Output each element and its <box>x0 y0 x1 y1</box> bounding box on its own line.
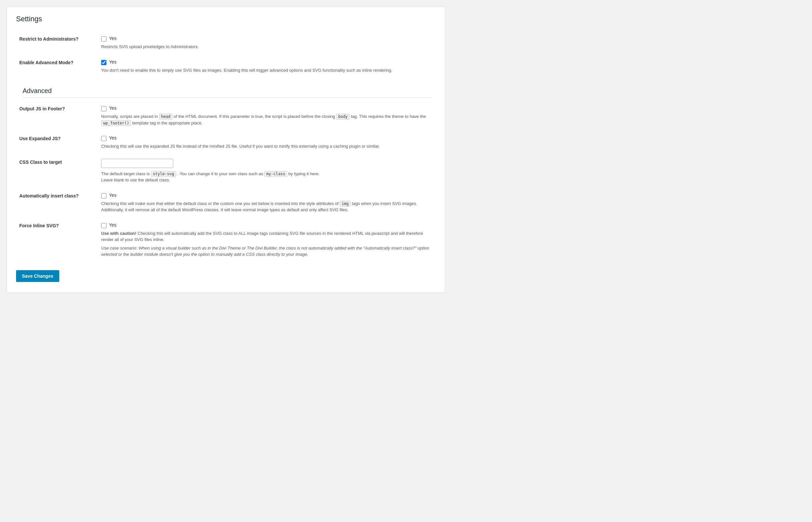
enable-advanced-description: You don't need to enable this to simply … <box>101 67 432 74</box>
force-inline-svg-checkbox-label[interactable]: Yes <box>109 222 117 227</box>
use-expanded-js-checkbox-label[interactable]: Yes <box>109 135 117 140</box>
page-title: Settings <box>16 15 436 23</box>
auto-insert-class-checkbox-label[interactable]: Yes <box>109 193 117 198</box>
restrict-admins-label: Restrict to Administrators? <box>19 36 79 42</box>
use-expanded-js-checkbox[interactable] <box>101 136 106 141</box>
force-inline-svg-description: Use with caution! Checking this will aut… <box>101 230 432 243</box>
use-expanded-js-label: Use Expanded JS? <box>19 136 61 141</box>
section-divider <box>23 97 432 98</box>
auto-insert-class-description: Checking this will make sure that either… <box>101 200 432 213</box>
output-js-footer-checkbox-row: Yes <box>101 105 432 111</box>
output-js-footer-checkbox-label[interactable]: Yes <box>109 105 117 111</box>
advanced-section-heading: Advanced <box>23 87 52 94</box>
css-class-input[interactable] <box>101 159 173 168</box>
enable-advanced-label: Enable Advanced Mode? <box>19 60 73 65</box>
output-js-footer-checkbox[interactable] <box>101 106 106 111</box>
force-inline-svg-row: Force Inline SVG? Yes Use with caution! … <box>16 218 436 262</box>
restrict-admins-checkbox-row: Yes <box>101 36 432 42</box>
force-inline-svg-checkbox-row: Yes <box>101 222 432 228</box>
restrict-admins-row: Restrict to Administrators? Yes Restrict… <box>16 31 436 55</box>
style-svg-code: style-svg <box>151 171 176 177</box>
auto-insert-class-checkbox-row: Yes <box>101 193 432 198</box>
auto-insert-class-checkbox[interactable] <box>101 193 106 198</box>
restrict-admins-checkbox[interactable] <box>101 36 106 42</box>
use-expanded-js-checkbox-row: Yes <box>101 135 432 141</box>
save-changes-button[interactable]: Save Changes <box>16 270 59 282</box>
settings-table: Restrict to Administrators? Yes Restrict… <box>16 31 436 262</box>
settings-page: Settings Restrict to Administrators? Yes… <box>6 6 445 293</box>
css-class-target-label: CSS Class to target <box>19 160 62 165</box>
enable-advanced-checkbox[interactable] <box>101 60 106 65</box>
restrict-admins-checkbox-label[interactable]: Yes <box>109 36 117 41</box>
output-js-footer-label: Output JS in Footer? <box>19 106 65 111</box>
body-code: body <box>336 114 350 120</box>
enable-advanced-checkbox-label[interactable]: Yes <box>109 59 117 64</box>
wp-footer-code: wp_footer() <box>101 120 131 126</box>
css-class-description: The default target class is style-svg . … <box>101 170 432 183</box>
output-js-footer-description: Normally, scripts are placed in head of … <box>101 113 432 126</box>
force-inline-svg-use-case: Use case scenario: When using a visual b… <box>101 245 432 258</box>
restrict-admins-description: Restricts SVG upload priveledges to Admi… <box>101 43 432 50</box>
enable-advanced-checkbox-row: Yes <box>101 59 432 65</box>
img-code: img <box>340 201 351 207</box>
auto-insert-class-row: Automatically insert class? Yes Checking… <box>16 188 436 218</box>
force-inline-svg-label: Force Inline SVG? <box>19 223 59 228</box>
auto-insert-class-label: Automatically insert class? <box>19 193 79 198</box>
css-class-target-row: CSS Class to target The default target c… <box>16 154 436 188</box>
head-code: head <box>159 114 172 120</box>
force-inline-svg-checkbox[interactable] <box>101 223 106 228</box>
use-expanded-js-row: Use Expanded JS? Yes Checking this will … <box>16 130 436 154</box>
use-expanded-js-description: Checking this will use the expanded JS f… <box>101 143 432 150</box>
output-js-footer-row: Output JS in Footer? Yes Normally, scrip… <box>16 101 436 130</box>
my-class-code: my-class <box>264 171 287 177</box>
advanced-section-row: Advanced <box>16 78 436 101</box>
enable-advanced-row: Enable Advanced Mode? Yes You don't need… <box>16 55 436 78</box>
